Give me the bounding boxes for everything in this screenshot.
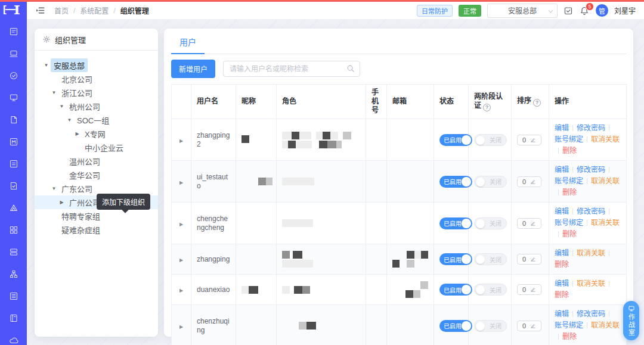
help-icon[interactable] (533, 99, 541, 107)
status-toggle[interactable]: 已启用 (439, 134, 472, 146)
sort-editor[interactable]: 0 (517, 284, 541, 295)
edit-link[interactable]: 编辑 (555, 249, 569, 257)
delete-link[interactable]: 删除 (562, 332, 577, 341)
breadcrumb-config[interactable]: 系统配置 (80, 5, 109, 15)
tree-node-label[interactable]: 广东公司 (58, 182, 95, 195)
shield-check-icon[interactable] (0, 66, 27, 85)
notification-bell-icon[interactable]: 5 (580, 5, 590, 15)
search-icon[interactable] (346, 64, 355, 75)
change-password-link[interactable]: 修改密码 (577, 207, 605, 216)
tree-node[interactable]: 特聘专家组 (35, 209, 158, 223)
file-check-icon[interactable] (0, 176, 27, 195)
sort-editor[interactable]: 0 (517, 176, 541, 187)
help-icon[interactable] (483, 104, 491, 111)
tree-node-label[interactable]: SOC一组 (74, 113, 112, 127)
sort-editor[interactable]: 0 (517, 135, 541, 145)
tree-node[interactable]: 安服总部 (35, 58, 158, 72)
edit-link[interactable]: 编辑 (555, 207, 569, 216)
delete-link[interactable]: 删除 (562, 147, 577, 155)
search-input[interactable] (223, 61, 360, 77)
row-expand-icon[interactable] (179, 180, 183, 185)
status-toggle[interactable]: 已启用 (439, 217, 472, 229)
twofa-toggle[interactable]: 关闭 (474, 134, 507, 146)
unlink-link[interactable]: 取消关联 (591, 135, 620, 144)
tree-node-label[interactable]: 疑难杂症组 (58, 223, 103, 237)
delete-link[interactable]: 删除 (562, 188, 577, 197)
tree-node-label[interactable]: 浙江公司 (58, 86, 95, 100)
unlink-link[interactable]: 取消关联 (591, 177, 620, 185)
tree-node[interactable]: 北京公司 (35, 72, 158, 86)
tree-node[interactable]: 温州公司 (35, 154, 158, 168)
form-icon[interactable] (0, 154, 27, 173)
row-expand-icon[interactable] (179, 222, 183, 227)
caret-down-icon[interactable] (65, 117, 74, 123)
tree-node[interactable]: 杭州公司 (35, 100, 158, 113)
delete-link[interactable]: 删除 (555, 291, 569, 299)
add-user-button[interactable]: 新增用户 (171, 60, 215, 78)
bind-account-link[interactable]: 账号绑定 (555, 219, 583, 227)
tree-node-label[interactable]: 安服总部 (51, 58, 88, 72)
war-room-button[interactable]: 作战室 (623, 301, 639, 340)
caret-down-icon[interactable] (57, 104, 66, 109)
server-icon[interactable] (0, 243, 27, 261)
list-box-icon[interactable] (0, 287, 27, 305)
collapse-menu-icon[interactable] (35, 5, 46, 16)
status-toggle[interactable]: 已启用 (439, 176, 472, 188)
monitor-icon[interactable] (0, 88, 27, 107)
tree-node-label[interactable]: 中小企业云 (82, 141, 126, 154)
avatar[interactable]: 管 (596, 4, 608, 17)
book-icon[interactable] (0, 309, 27, 327)
pyramid-icon[interactable] (0, 198, 27, 217)
delete-link[interactable]: 删除 (555, 260, 569, 269)
sort-editor[interactable]: 0 (517, 321, 541, 331)
sort-editor[interactable]: 0 (517, 254, 541, 265)
edit-link[interactable]: 编辑 (555, 124, 569, 132)
tree-node[interactable]: 中小企业云 (35, 141, 158, 154)
tree-node-label[interactable]: 北京公司 (58, 72, 95, 86)
bind-account-link[interactable]: 账号绑定 (555, 177, 583, 185)
edit-link[interactable]: 编辑 (555, 310, 569, 318)
document-icon[interactable] (0, 110, 27, 129)
tree-node-label[interactable]: 温州公司 (66, 154, 103, 168)
row-expand-icon[interactable] (179, 288, 183, 293)
status-toggle[interactable]: 已启用 (439, 320, 472, 332)
twofa-toggle[interactable]: 关闭 (474, 217, 507, 229)
edit-link[interactable]: 编辑 (555, 166, 569, 174)
caret-right-icon[interactable] (57, 200, 66, 205)
tree-node-label[interactable]: X专网 (82, 127, 109, 141)
edit-link[interactable]: 编辑 (555, 279, 569, 288)
twofa-toggle[interactable]: 关闭 (474, 320, 507, 332)
org-select-dropdown[interactable]: 安服总部 (487, 4, 558, 18)
task-check-icon[interactable] (564, 5, 574, 15)
row-expand-icon[interactable] (179, 257, 183, 263)
unlink-link[interactable]: 取消关联 (591, 219, 620, 227)
tree-node[interactable]: 浙江公司 (35, 86, 158, 100)
dashboard-icon[interactable] (0, 22, 27, 41)
grid-icon[interactable] (0, 220, 27, 239)
tree-node-label[interactable]: 杭州公司 (66, 100, 103, 113)
unlink-link[interactable]: 取消关联 (577, 249, 605, 257)
caret-down-icon[interactable] (49, 186, 58, 191)
change-password-link[interactable]: 修改密码 (577, 166, 605, 174)
row-expand-icon[interactable] (179, 138, 183, 144)
tree-node[interactable]: 疑难杂症组 (35, 223, 158, 237)
caret-down-icon[interactable] (49, 90, 58, 95)
status-toggle[interactable]: 已启用 (439, 284, 472, 296)
breadcrumb-home[interactable]: 首页 (54, 5, 69, 15)
tree-node[interactable]: SOC一组 (35, 113, 158, 127)
flag-icon[interactable] (0, 132, 27, 151)
caret-down-icon[interactable] (42, 63, 51, 68)
unlink-link[interactable]: 取消关联 (577, 279, 605, 288)
status-toggle[interactable]: 已启用 (439, 253, 472, 265)
tree-node-label[interactable]: 特聘专家组 (58, 209, 103, 223)
bind-account-link[interactable]: 账号绑定 (555, 321, 583, 330)
laptop-icon[interactable] (0, 44, 27, 63)
tree-node-label[interactable]: 金华公司 (66, 168, 103, 182)
tab-users[interactable]: 用户 (171, 29, 205, 54)
change-password-link[interactable]: 修改密码 (577, 124, 605, 132)
caret-right-icon[interactable] (73, 131, 82, 136)
org-chart-icon[interactable] (0, 265, 27, 283)
twofa-toggle[interactable]: 关闭 (474, 176, 507, 188)
defense-mode-tag[interactable]: 日常防护 (417, 5, 453, 17)
row-expand-icon[interactable] (179, 324, 183, 330)
